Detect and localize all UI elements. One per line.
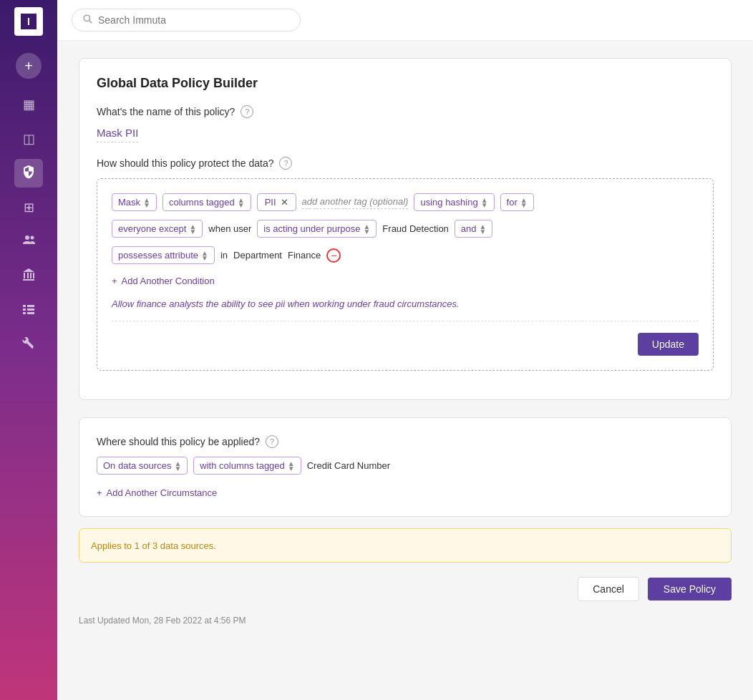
sidebar-item-wrench[interactable] [14, 331, 43, 359]
svg-point-8 [84, 15, 89, 21]
svg-point-0 [25, 235, 29, 240]
wrench-icon [22, 337, 35, 354]
column-tag-value: Credit Card Number [307, 460, 390, 471]
hashing-chevron: ▲▼ [481, 198, 488, 208]
add-condition-button[interactable]: + Add Another Condition [112, 276, 215, 286]
tag-close-button[interactable]: ✕ [281, 197, 288, 208]
table-icon: ⊞ [24, 200, 34, 215]
rule-row-2: everyone except ▲▼ when user is acting u… [112, 220, 699, 238]
protect-question: How should this policy protect the data? [97, 157, 273, 169]
using-hashing-select[interactable]: using hashing ▲▼ [414, 193, 494, 211]
main-content: Global Data Policy Builder What's the na… [57, 0, 753, 700]
rule-description: Allow finance analysts the ability to se… [112, 298, 699, 309]
add-circumstance-button[interactable]: + Add Another Circumstance [97, 487, 217, 498]
apply-card: Where should this policy be applied? ? O… [79, 417, 732, 517]
purpose-value: Fraud Detection [382, 223, 449, 234]
circumstance-plus-icon: + [97, 487, 102, 498]
rule-row-1: Mask ▲▼ columns tagged ▲▼ PII ✕ add anot… [112, 193, 699, 211]
svg-rect-3 [27, 305, 34, 307]
with-columns-tagged-select[interactable]: with columns tagged ▲▼ [193, 457, 301, 475]
for-select[interactable]: for ▲▼ [500, 193, 534, 211]
columns-tagged-chevron: ▲▼ [238, 198, 245, 208]
page-content: Global Data Policy Builder What's the na… [57, 41, 753, 650]
action-chevron: ▲▼ [143, 198, 150, 208]
and-select[interactable]: and ▲▼ [455, 220, 493, 238]
everyone-except-chevron: ▲▼ [189, 224, 196, 234]
remove-condition-button[interactable]: − [326, 248, 341, 263]
builder-card: Global Data Policy Builder What's the na… [79, 58, 732, 400]
svg-rect-2 [23, 305, 26, 307]
topbar [57, 0, 753, 41]
policy-name[interactable]: Mask PII [97, 127, 138, 142]
sidebar-item-bank[interactable] [14, 262, 43, 291]
rule-box: Mask ▲▼ columns tagged ▲▼ PII ✕ add anot… [97, 178, 714, 371]
bank-icon [21, 268, 36, 286]
people-icon [21, 233, 36, 251]
svg-rect-5 [27, 308, 34, 311]
sidebar-item-list[interactable] [14, 296, 43, 325]
shield-icon [21, 165, 36, 183]
action-select[interactable]: Mask ▲▼ [112, 193, 157, 211]
svg-rect-7 [27, 312, 34, 314]
sidebar-item-shield[interactable] [14, 159, 43, 188]
possesses-select[interactable]: possesses attribute ▲▼ [112, 246, 215, 264]
sidebar-item-data[interactable]: ▦ [14, 90, 43, 119]
name-question-row: What's the name of this policy? ? [97, 105, 714, 118]
purpose-select[interactable]: is acting under purpose ▲▼ [257, 220, 376, 238]
in-label: in [220, 250, 228, 261]
sidebar: I + ▦ ◫ ⊞ [0, 0, 57, 700]
svg-point-1 [31, 235, 34, 239]
apply-help-icon[interactable]: ? [266, 435, 278, 448]
svg-rect-6 [23, 312, 26, 314]
footer-row: Cancel Save Policy [79, 577, 732, 601]
protect-help-icon[interactable]: ? [279, 157, 292, 170]
data-icon: ▦ [23, 97, 35, 112]
name-help-icon[interactable]: ? [241, 105, 253, 118]
sidebar-item-people[interactable] [14, 228, 43, 256]
for-chevron: ▲▼ [520, 198, 528, 208]
add-button[interactable]: + [16, 53, 42, 79]
and-chevron: ▲▼ [480, 224, 487, 234]
data-sources-chevron: ▲▼ [174, 461, 181, 471]
pii-tag: PII ✕ [257, 193, 296, 211]
cancel-button[interactable]: Cancel [578, 577, 639, 601]
search-input[interactable] [98, 14, 290, 26]
optional-tag[interactable]: add another tag (optional) [302, 196, 409, 209]
save-button[interactable]: Save Policy [648, 578, 732, 601]
everyone-except-select[interactable]: everyone except ▲▼ [112, 220, 203, 238]
sidebar-item-books[interactable]: ◫ [14, 125, 43, 153]
dept-label: Department [233, 250, 282, 261]
rule-row-3: possesses attribute ▲▼ in Department Fin… [112, 246, 699, 264]
list-icon [21, 302, 36, 320]
plus-icon: + [112, 276, 117, 286]
update-button[interactable]: Update [638, 333, 699, 356]
rule-divider [112, 321, 699, 321]
purpose-chevron: ▲▼ [363, 224, 370, 234]
possesses-chevron: ▲▼ [201, 251, 208, 261]
books-icon: ◫ [23, 131, 35, 147]
svg-rect-4 [23, 308, 26, 311]
alert-text: Applies to 1 of 3 data sources. [91, 540, 216, 551]
apply-question: Where should this policy be applied? [97, 436, 260, 447]
apply-question-row: Where should this policy be applied? ? [97, 435, 714, 448]
builder-title: Global Data Policy Builder [97, 76, 714, 91]
when-user-label: when user [208, 223, 251, 234]
update-row: Update [112, 333, 699, 356]
svg-line-9 [89, 21, 92, 24]
protect-question-row: How should this policy protect the data?… [97, 157, 714, 170]
sidebar-item-table[interactable]: ⊞ [14, 193, 43, 222]
dept-value: Finance [288, 250, 321, 261]
alert-box: Applies to 1 of 3 data sources. [79, 528, 732, 563]
circumstance-row: On data sources ▲▼ with columns tagged ▲… [97, 457, 714, 475]
last-updated: Last Updated Mon, 28 Feb 2022 at 4:56 PM [79, 616, 732, 633]
search-wrap[interactable] [72, 9, 301, 31]
logo-inner: I [21, 14, 37, 29]
name-question: What's the name of this policy? [97, 106, 235, 117]
columns-tagged2-chevron: ▲▼ [288, 461, 295, 471]
on-data-sources-select[interactable]: On data sources ▲▼ [97, 457, 188, 475]
app-logo[interactable]: I [14, 7, 43, 36]
columns-tagged-select[interactable]: columns tagged ▲▼ [162, 193, 251, 211]
search-icon [82, 14, 92, 26]
